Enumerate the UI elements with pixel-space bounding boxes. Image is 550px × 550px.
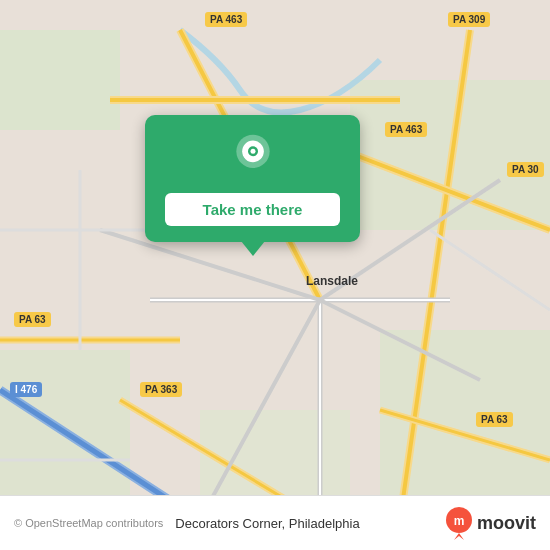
road-badge-pa63-left: PA 63 — [14, 312, 51, 327]
place-label-lansdale: Lansdale — [306, 274, 358, 288]
svg-text:m: m — [454, 514, 465, 528]
bottom-bar-left: © OpenStreetMap contributors Decorators … — [14, 516, 360, 531]
copyright-text: © OpenStreetMap contributors — [14, 517, 163, 529]
location-pin-icon — [228, 133, 278, 183]
moovit-logo: m moovit — [445, 506, 536, 540]
road-badge-pa309: PA 309 — [448, 12, 490, 27]
svg-point-37 — [250, 149, 255, 154]
map-container: PA 463 PA 309 PA 463 PA 30 PA 63 I 476 P… — [0, 0, 550, 550]
moovit-pin-icon: m — [445, 506, 473, 540]
svg-rect-1 — [0, 30, 120, 130]
road-badge-pa63-bottom: PA 63 — [476, 412, 513, 427]
take-me-there-button[interactable]: Take me there — [165, 193, 340, 226]
road-badge-pa363: PA 363 — [140, 382, 182, 397]
bottom-bar: © OpenStreetMap contributors Decorators … — [0, 495, 550, 550]
moovit-logo-text: moovit — [477, 513, 536, 534]
popup-card: Take me there — [145, 115, 360, 242]
road-badge-i476: I 476 — [10, 382, 42, 397]
road-badge-pa463-top: PA 463 — [205, 12, 247, 27]
road-badge-pa30-right: PA 30 — [507, 162, 544, 177]
road-badge-pa463-right: PA 463 — [385, 122, 427, 137]
location-name: Decorators Corner, Philadelphia — [175, 516, 359, 531]
